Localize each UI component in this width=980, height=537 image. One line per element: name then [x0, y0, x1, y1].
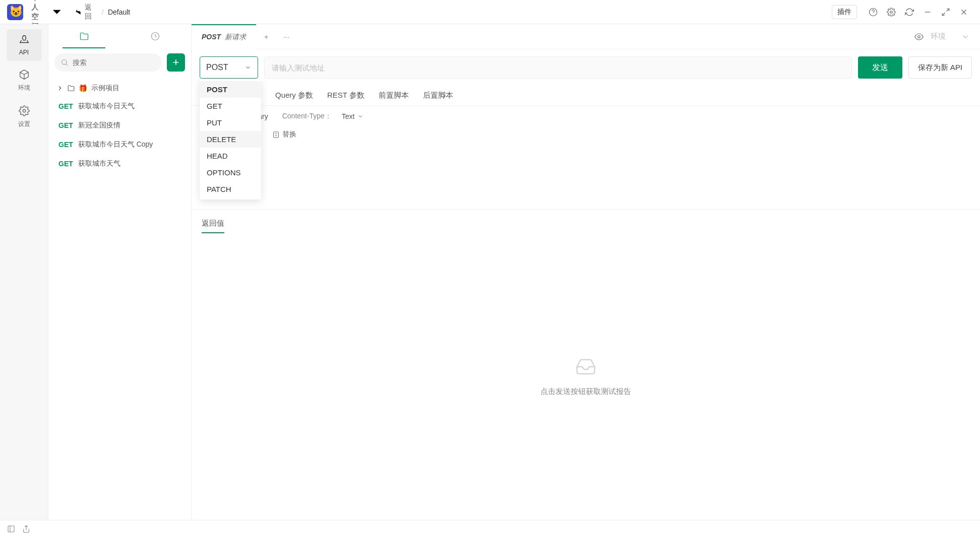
app-logo [7, 4, 23, 20]
close-icon [959, 8, 968, 17]
svg-rect-19 [8, 526, 14, 532]
param-tab-rest[interactable]: REST 参数 [327, 86, 364, 105]
close-button[interactable] [957, 5, 971, 19]
request-tab[interactable]: POST 新请求 [192, 24, 256, 49]
folder-name: 示例项目 [91, 84, 119, 93]
help-button[interactable] [866, 5, 880, 19]
chevron-right-icon [56, 85, 64, 92]
api-item[interactable]: GET 新冠全国疫情 [48, 116, 191, 135]
save-as-button[interactable]: 保存为新 API [908, 56, 972, 79]
api-method: GET [58, 141, 73, 149]
api-item[interactable]: GET 获取城市今日天气 [48, 97, 191, 116]
main-area: POST 新请求 + ··· 环境 POST [192, 24, 980, 520]
add-tab-button[interactable]: + [256, 24, 276, 49]
minimize-button[interactable] [921, 5, 935, 19]
svg-point-2 [890, 11, 893, 13]
history-icon [151, 32, 160, 41]
refresh-button[interactable] [902, 5, 916, 19]
sidebar: + 🎁 示例项目 GET 获取城市今日天气 GET 新冠全国疫情 [48, 24, 192, 520]
url-input[interactable] [264, 56, 852, 79]
tabbar: POST 新请求 + ··· 环境 [192, 24, 980, 49]
method-option-options[interactable]: OPTIONS [200, 164, 261, 181]
sidebar-tab-files[interactable] [48, 24, 120, 48]
plugin-button[interactable]: 插件 [832, 5, 857, 19]
chevron-down-icon [961, 32, 970, 41]
maximize-button[interactable] [939, 5, 953, 19]
minimize-icon [923, 8, 932, 17]
refresh-icon [905, 8, 914, 17]
param-tab-prescript[interactable]: 前置脚本 [379, 86, 409, 105]
back-label: 返回 [85, 3, 92, 21]
tab-name: 新请求 [225, 33, 246, 41]
bottombar [0, 520, 980, 537]
method-dropdown: POST GET PUT DELETE HEAD OPTIONS PATCH [200, 79, 261, 199]
api-name: 获取城市天气 [78, 159, 120, 168]
api-method: GET [58, 121, 73, 129]
rail-label: API [7, 49, 42, 56]
share-icon[interactable] [22, 525, 30, 533]
svg-line-5 [942, 13, 945, 15]
replace-icon [272, 131, 280, 139]
add-api-button[interactable]: + [167, 53, 185, 72]
tab-method: POST [202, 33, 221, 41]
env-label: 环境 [931, 32, 946, 41]
rail-label: 环境 [7, 84, 42, 92]
topbar: 个人空间 返回 / Default 插件 [0, 0, 980, 24]
search-input[interactable] [54, 53, 162, 72]
svg-rect-16 [274, 131, 279, 137]
method-option-delete[interactable]: DELETE [200, 131, 261, 148]
method-option-get[interactable]: GET [200, 98, 261, 114]
panel-toggle-icon[interactable] [7, 525, 15, 533]
undo-icon [75, 9, 82, 16]
maximize-icon [941, 8, 950, 17]
svg-point-12 [918, 35, 921, 38]
folder-icon [68, 85, 75, 92]
api-name: 获取城市今日天气 [78, 102, 135, 111]
method-option-put[interactable]: PUT [200, 114, 261, 131]
svg-point-8 [23, 109, 26, 112]
back-button[interactable]: 返回 [75, 3, 92, 21]
tool-label: 替换 [282, 130, 296, 139]
folder-example[interactable]: 🎁 示例项目 [48, 80, 191, 97]
param-tab-postscript[interactable]: 后置脚本 [423, 86, 453, 105]
request-param-tabs: 请求头 请求体 Query 参数 REST 参数 前置脚本 后置脚本 [192, 86, 980, 106]
sidebar-tab-history[interactable] [120, 24, 192, 48]
env-select[interactable]: 环境 [931, 32, 970, 41]
method-option-head[interactable]: HEAD [200, 148, 261, 164]
api-method: GET [58, 160, 73, 168]
method-option-post[interactable]: POST [200, 81, 261, 98]
content-type-select[interactable]: Text [342, 112, 364, 120]
settings-button[interactable] [884, 5, 898, 19]
method-option-patch[interactable]: PATCH [200, 181, 261, 197]
chevron-down-icon [244, 64, 252, 71]
content-type-label: Content-Type： [282, 112, 332, 121]
tab-more-button[interactable]: ··· [276, 24, 296, 49]
api-item[interactable]: GET 获取城市今日天气 Copy [48, 135, 191, 154]
search-icon [60, 58, 69, 66]
method-select[interactable]: POST POST GET PUT DELETE HEAD OPTIONS PA… [200, 56, 258, 79]
api-name: 获取城市今日天气 Copy [78, 140, 153, 149]
api-name: 新冠全国疫情 [78, 121, 120, 130]
tool-replace[interactable]: 替换 [272, 130, 296, 139]
chevron-down-icon [49, 4, 65, 20]
response-tab[interactable]: 返回值 [202, 215, 224, 232]
rail-item-env[interactable]: 环境 [7, 64, 42, 97]
rail-item-settings[interactable]: 设置 [7, 100, 42, 133]
help-icon [869, 8, 878, 17]
breadcrumb-separator: / [102, 8, 104, 16]
eye-icon[interactable] [914, 32, 924, 41]
cube-icon [19, 69, 30, 80]
api-icon [19, 34, 30, 45]
rail-item-api[interactable]: API [7, 29, 42, 61]
body-editor[interactable] [192, 144, 980, 210]
svg-point-0 [870, 8, 877, 16]
gear-icon [887, 8, 896, 17]
inbox-icon [572, 356, 600, 379]
send-button[interactable]: 发送 [858, 56, 902, 79]
api-item[interactable]: GET 获取城市天气 [48, 154, 191, 173]
param-tab-query[interactable]: Query 参数 [275, 86, 313, 105]
method-value: POST [206, 63, 228, 72]
svg-line-4 [947, 9, 949, 11]
svg-line-11 [66, 64, 68, 65]
svg-point-10 [62, 60, 67, 64]
